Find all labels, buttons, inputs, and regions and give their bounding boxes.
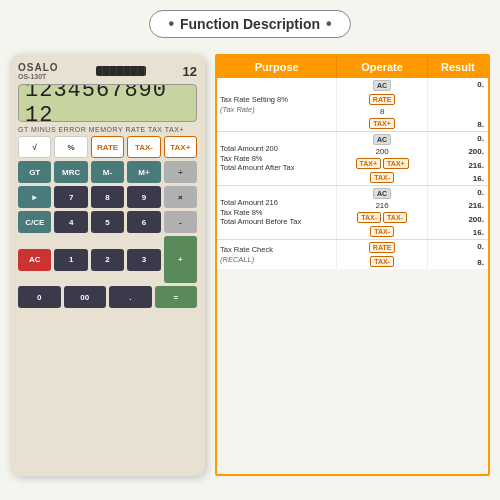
section-tax-check: Tax Rate Check (RECALL) RATE TAX- 0. 8. bbox=[217, 240, 488, 269]
gt-button[interactable]: GT bbox=[18, 161, 51, 183]
table-body: Tax Rate Setting 8% (Tax Rate) AC RATE 8 bbox=[217, 78, 488, 269]
btn-1[interactable]: 1 bbox=[54, 249, 87, 271]
cce-button[interactable]: C/CE bbox=[18, 211, 51, 233]
btn-00[interactable]: 00 bbox=[64, 286, 107, 308]
calculator: OSALO OS-130T 12 1234567890 12 GT MINUS … bbox=[10, 54, 205, 476]
op-row: AC bbox=[373, 133, 391, 146]
function-table: Purpose Operate Result Tax Rate Setting … bbox=[215, 54, 490, 476]
res1: 0. bbox=[477, 134, 484, 143]
res1: 0. bbox=[477, 188, 484, 197]
p-line1: Total Amount 200 bbox=[220, 144, 278, 154]
right-dot: • bbox=[326, 15, 332, 33]
res4: 16. bbox=[473, 174, 484, 183]
arrow-button[interactable]: ► bbox=[18, 186, 51, 208]
op-row: TAX- bbox=[370, 171, 394, 184]
purpose-200: Total Amount 200 Tax Rate 8% Total Amoun… bbox=[217, 132, 337, 185]
op-ac: AC bbox=[373, 80, 391, 91]
rate-button[interactable]: RATE bbox=[91, 136, 124, 158]
result-200: 0. 200. 216. 16. bbox=[428, 132, 488, 185]
divide-button[interactable]: ÷ bbox=[164, 161, 197, 183]
op-row: 200 bbox=[375, 147, 388, 156]
op-taxminus3: TAX- bbox=[370, 226, 394, 237]
tax-plus-button-top[interactable]: TAX+ bbox=[164, 136, 197, 158]
p-line1: Tax Rate Check bbox=[220, 245, 273, 255]
btn-5[interactable]: 5 bbox=[91, 211, 124, 233]
btn-6[interactable]: 6 bbox=[127, 211, 160, 233]
btn-2[interactable]: 2 bbox=[91, 249, 124, 271]
purpose-line-2: (Tax Rate) bbox=[220, 105, 255, 115]
p-line3: Total Amount After Tax bbox=[220, 163, 295, 173]
btn-0[interactable]: 0 bbox=[18, 286, 61, 308]
result-1: 0. bbox=[477, 80, 484, 89]
mrc-button[interactable]: MRC bbox=[54, 161, 87, 183]
op-taxplus: TAX+ bbox=[369, 118, 395, 129]
section-total-216: Total Amount 216 Tax Rate 8% Total Amoun… bbox=[217, 186, 488, 240]
operate-200: AC 200 TAX+ TAX+ TAX- bbox=[337, 132, 427, 185]
subtract-button[interactable]: - bbox=[164, 211, 197, 233]
percent-button[interactable]: % bbox=[54, 136, 87, 158]
op-200: 200 bbox=[375, 147, 388, 156]
operate-tax-rate: AC RATE 8 TAX+ bbox=[337, 78, 427, 131]
decimal-button[interactable]: . bbox=[109, 286, 152, 308]
btn-7[interactable]: 7 bbox=[54, 186, 87, 208]
tax-minus-button-top[interactable]: TAX- bbox=[127, 136, 160, 158]
btn-9[interactable]: 9 bbox=[127, 186, 160, 208]
op-taxplus1: TAX+ bbox=[356, 158, 382, 169]
op-row: TAX+ TAX+ bbox=[356, 157, 409, 170]
ac-button[interactable]: AC bbox=[18, 249, 51, 271]
operate-check: RATE TAX- bbox=[337, 240, 427, 269]
p-line2: Tax Rate 8% bbox=[220, 154, 263, 164]
table-row: Tax Rate Setting 8% (Tax Rate) AC RATE 8 bbox=[217, 78, 488, 131]
op-row: 216 bbox=[375, 201, 388, 210]
purpose-check: Tax Rate Check (RECALL) bbox=[217, 240, 337, 269]
op-row: TAX- bbox=[370, 225, 394, 238]
purpose-line-1: Tax Rate Setting 8% bbox=[220, 95, 288, 105]
calc-brand-name: OSALO bbox=[18, 62, 59, 73]
calc-model: OS-130T bbox=[18, 73, 59, 80]
btn-4[interactable]: 4 bbox=[54, 211, 87, 233]
res2: 200. bbox=[468, 147, 484, 156]
res3: 200. bbox=[468, 215, 484, 224]
btn-row-6: 0 00 . = bbox=[18, 286, 197, 308]
table-row: Tax Rate Check (RECALL) RATE TAX- 0. 8. bbox=[217, 240, 488, 269]
main-content: OSALO OS-130T 12 1234567890 12 GT MINUS … bbox=[0, 46, 500, 486]
multiply-button[interactable]: × bbox=[164, 186, 197, 208]
add-button[interactable]: + bbox=[164, 236, 197, 283]
op-ac: AC bbox=[373, 188, 391, 199]
display-value: 1234567890 12 bbox=[25, 84, 190, 122]
btn-row-1: √ % RATE TAX- TAX+ bbox=[18, 136, 197, 158]
th-purpose: Purpose bbox=[217, 56, 337, 78]
result-216: 0. 216. 200. 16. bbox=[428, 186, 488, 239]
m-minus-button[interactable]: M- bbox=[91, 161, 124, 183]
op-216: 216 bbox=[375, 201, 388, 210]
op-row: TAX- bbox=[370, 255, 394, 268]
op-taxminus1: TAX- bbox=[357, 212, 381, 223]
solar-panel bbox=[96, 66, 146, 76]
p-line3: Total Amount Before Tax bbox=[220, 217, 301, 227]
op-taxminus: TAX- bbox=[370, 172, 394, 183]
op-taxplus2: TAX+ bbox=[383, 158, 409, 169]
section-total-200: Total Amount 200 Tax Rate 8% Total Amoun… bbox=[217, 132, 488, 186]
op-ac: AC bbox=[373, 134, 391, 145]
calc-indicators: GT MINUS ERROR MEMORY RATE TAX TAX+ bbox=[18, 126, 197, 133]
op-row: 8 bbox=[380, 107, 384, 116]
sqrt-button[interactable]: √ bbox=[18, 136, 51, 158]
btn-row-4: C/CE 4 5 6 - bbox=[18, 211, 197, 233]
res2: 216. bbox=[468, 201, 484, 210]
operate-216: AC 216 TAX- TAX- TAX- bbox=[337, 186, 427, 239]
calc-display: 1234567890 12 bbox=[18, 84, 197, 122]
table-row: Total Amount 216 Tax Rate 8% Total Amoun… bbox=[217, 186, 488, 239]
th-operate: Operate bbox=[337, 56, 427, 78]
header-title: Function Description bbox=[180, 16, 320, 32]
btn-8[interactable]: 8 bbox=[91, 186, 124, 208]
op-row: RATE bbox=[369, 93, 396, 106]
table-row: Total Amount 200 Tax Rate 8% Total Amoun… bbox=[217, 132, 488, 185]
btn-row-3: ► 7 8 9 × bbox=[18, 186, 197, 208]
calc-brand-row: OSALO OS-130T 12 bbox=[18, 62, 197, 80]
btn-3[interactable]: 3 bbox=[127, 249, 160, 271]
res1: 0. bbox=[477, 242, 484, 251]
m-plus-button[interactable]: M+ bbox=[127, 161, 160, 183]
calc-digits: 12 bbox=[183, 64, 197, 79]
equals-button[interactable]: = bbox=[155, 286, 198, 308]
op-taxminus: TAX- bbox=[370, 256, 394, 267]
